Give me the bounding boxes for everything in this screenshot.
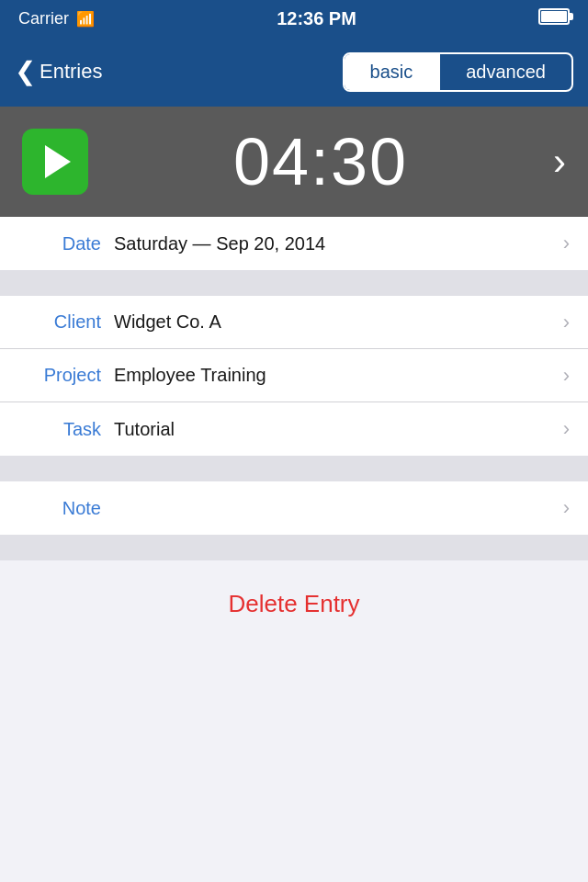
tab-advanced[interactable]: advanced [440,54,571,90]
delete-button[interactable]: Delete Entry [228,590,359,618]
note-chevron-icon: › [563,496,570,520]
date-section: Date Saturday — Sep 20, 2014 › [0,217,588,270]
back-chevron-icon: ❮ [15,59,36,85]
task-chevron-icon: › [563,417,570,441]
battery-indicator [538,8,570,29]
play-button[interactable] [22,129,88,195]
date-value: Saturday — Sep 20, 2014 [114,233,563,254]
battery-icon [538,8,570,25]
back-button[interactable]: ❮ Entries [15,59,102,85]
date-row[interactable]: Date Saturday — Sep 20, 2014 › [0,217,588,270]
section-gap-1 [0,270,588,296]
client-project-task-section: Client Widget Co. A › Project Employee T… [0,296,588,456]
section-gap-2 [0,456,588,481]
content-area: Date Saturday — Sep 20, 2014 › Client Wi… [0,217,588,648]
date-label: Date [18,233,101,254]
battery-fill [541,11,567,22]
client-value: Widget Co. A [114,311,563,333]
status-bar-left: Carrier 📶 [18,9,95,28]
timer-area: 04:30 › [0,107,588,217]
task-row[interactable]: Task Tutorial › [0,402,588,456]
status-bar-time: 12:36 PM [277,8,356,29]
timer-display: 04:30 [88,124,553,199]
nav-bar: ❮ Entries basic advanced [0,37,588,107]
client-chevron-icon: › [563,311,570,334]
back-label: Entries [40,60,102,84]
note-row[interactable]: Note › [0,481,588,535]
section-gap-3 [0,535,588,560]
project-label: Project [18,365,101,386]
task-value: Tutorial [114,419,563,440]
note-label: Note [18,498,101,519]
date-chevron-icon: › [563,232,570,255]
tab-basic[interactable]: basic [345,54,439,90]
project-chevron-icon: › [563,364,570,388]
project-value: Employee Training [114,365,563,386]
delete-section: Delete Entry [0,560,588,648]
timer-chevron-icon[interactable]: › [553,140,566,184]
status-bar: Carrier 📶 12:36 PM [0,0,588,37]
project-row[interactable]: Project Employee Training › [0,349,588,402]
task-label: Task [18,419,101,440]
client-row[interactable]: Client Widget Co. A › [0,296,588,349]
carrier-label: Carrier [18,9,69,28]
wifi-icon: 📶 [76,10,95,28]
note-section: Note › [0,481,588,535]
play-icon [45,145,71,178]
segmented-control: basic advanced [343,52,573,92]
client-label: Client [18,311,101,333]
